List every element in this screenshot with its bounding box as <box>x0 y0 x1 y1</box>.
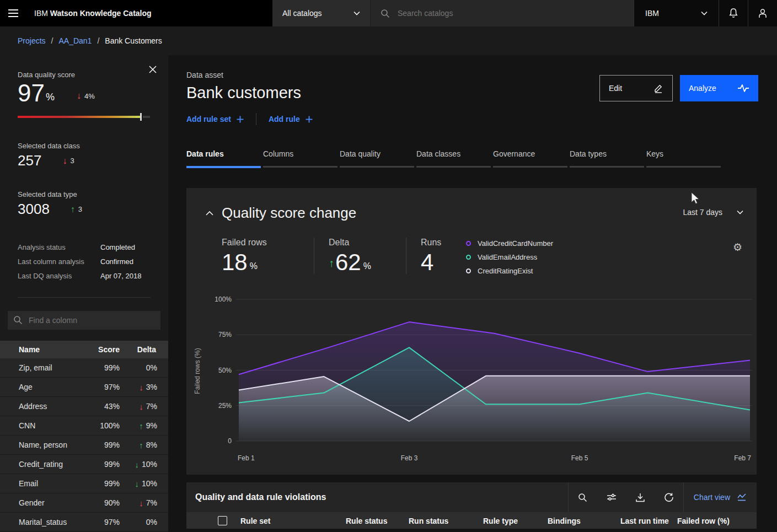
kpi-number: 18 <box>222 251 248 274</box>
column-name: Age <box>0 383 84 391</box>
gear-icon[interactable]: ⚙ <box>733 242 742 252</box>
quality-score-value: 97 % ↓ 4% <box>18 81 151 105</box>
account-dropdown[interactable]: IBM <box>634 0 719 26</box>
delta-value: 7% <box>146 402 157 411</box>
legend-item[interactable]: CreditRatingExist <box>466 264 553 278</box>
tab-data-quality[interactable]: Data quality <box>340 149 414 168</box>
hamburger-menu-icon[interactable] <box>0 0 26 26</box>
delta-value: 0% <box>146 363 157 372</box>
table-row[interactable]: Gender90%↓7% <box>0 493 168 513</box>
refresh-icon <box>664 492 674 502</box>
data-quality-sidebar: Data quality score 97 % ↓ 4% Selected da… <box>0 55 168 532</box>
detail-row: Analysis statusCompleted <box>18 240 151 254</box>
violations-title: Quality and data rule violations <box>195 492 326 502</box>
arrow-up-icon: ↑ <box>139 421 143 431</box>
violations-table-header: Rule setRule statusRun statusRule typeBi… <box>186 512 757 529</box>
column-score: 100% <box>84 421 120 430</box>
plus-icon <box>237 116 244 123</box>
close-icon[interactable] <box>148 65 159 76</box>
column-name: Address <box>0 402 84 411</box>
chart-view-toggle[interactable]: Chart view <box>684 482 757 512</box>
column-delta: ↓7% <box>120 498 168 508</box>
chevron-down-icon <box>701 11 708 15</box>
download-button[interactable] <box>626 482 655 512</box>
column-delta: ↓7% <box>120 402 168 411</box>
gauge-marker <box>140 113 142 121</box>
violations-card: Quality and data rule violations <box>186 482 757 529</box>
legend-item[interactable]: ValidCreditCardNumber <box>466 237 553 250</box>
tab-data-types[interactable]: Data types <box>570 149 644 168</box>
kpi-value: 18% <box>222 251 314 274</box>
column-delta: 0% <box>120 518 168 526</box>
tab-underline <box>646 166 721 168</box>
violations-column-header: Failed row (%) <box>677 517 730 525</box>
analyze-button[interactable]: Analyze <box>680 75 758 101</box>
tab-columns[interactable]: Columns <box>263 149 337 168</box>
delta-value: 7% <box>146 498 157 507</box>
breadcrumb-link[interactable]: Projects <box>18 36 46 45</box>
y-axis-tick: 75% <box>218 331 232 338</box>
tab-governance[interactable]: Governance <box>493 149 567 168</box>
x-axis-tick: Feb 3 <box>401 454 418 462</box>
table-row[interactable]: Address43%↓7% <box>0 397 168 416</box>
column-name: Credit_rating <box>0 460 84 469</box>
tab-keys[interactable]: Keys <box>646 149 721 168</box>
column-delta: ↓10% <box>120 479 168 488</box>
table-row[interactable]: Email99%↓10% <box>0 474 168 493</box>
column-score: 99% <box>84 460 120 469</box>
find-column-input[interactable] <box>8 311 160 330</box>
add-rule-link[interactable]: Add rule <box>269 115 313 123</box>
catalogs-dropdown[interactable]: All catalogs <box>272 0 371 26</box>
columns-table: Name Score Delta Zip, email99%0%Age97%↓3… <box>0 341 168 532</box>
columns-table-header: Name Score Delta <box>0 341 168 358</box>
time-range-dropdown[interactable]: Last 7 days <box>683 208 743 217</box>
detail-value: Completed <box>100 243 135 251</box>
notifications-button[interactable] <box>719 0 748 26</box>
column-score: 90% <box>84 498 120 507</box>
account-label: IBM <box>645 9 659 18</box>
y-axis-tick: 0 <box>228 437 232 445</box>
arrow-up-icon: ↑ <box>71 205 75 214</box>
violations-column-header: Run status <box>409 517 448 525</box>
filter-button[interactable] <box>597 482 626 512</box>
kpi-row: Failed rows18%Delta↑62%Runs4 <box>222 238 498 274</box>
breadcrumb-link[interactable]: AA_Dan1 <box>58 36 92 45</box>
brand-rest: Watson Knowledge Catalog <box>50 9 152 18</box>
catalog-search[interactable]: Search catalogs <box>371 0 634 26</box>
detail-value: Confirmed <box>100 257 133 266</box>
select-all-checkbox[interactable] <box>218 516 227 525</box>
table-row[interactable]: Marital_status97%0% <box>0 513 168 532</box>
breadcrumb-separator: / <box>97 36 99 45</box>
table-row[interactable]: Credit_rating99%↓10% <box>0 455 168 474</box>
violations-toolbar: Chart view <box>568 482 757 512</box>
tab-label: Keys <box>646 149 721 166</box>
tab-data-classes[interactable]: Data classes <box>416 149 491 168</box>
table-row[interactable]: Zip, email99%0% <box>0 358 168 378</box>
column-name: Email <box>0 479 84 488</box>
table-row[interactable]: CNN100%↑9% <box>0 416 168 436</box>
table-row[interactable]: Age97%↓3% <box>0 378 168 397</box>
tab-data-rules[interactable]: Data rules <box>186 149 261 168</box>
y-axis-tick: 100% <box>215 295 232 303</box>
chevron-up-icon[interactable] <box>205 211 214 216</box>
edit-button[interactable]: Edit <box>599 75 673 101</box>
rule-links: Add rule set Add rule <box>186 113 757 125</box>
refresh-button[interactable] <box>655 482 683 512</box>
detail-row: Last column analysisConfirmed <box>18 254 151 268</box>
gauge-remainder <box>143 116 150 118</box>
violations-column-header: Bindings <box>548 517 581 525</box>
user-profile-button[interactable] <box>748 0 777 26</box>
column-score: 99% <box>84 440 120 449</box>
detail-label: Last column analysis <box>18 257 100 266</box>
legend-item[interactable]: ValidEmailAddress <box>466 250 553 264</box>
asset-tabs: Data rulesColumnsData qualityData classe… <box>186 149 757 168</box>
kpi-number: 4 <box>421 251 433 274</box>
kpi-unit: % <box>250 261 258 271</box>
violations-column-header: Rule type <box>483 517 518 525</box>
table-search-button[interactable] <box>569 482 597 512</box>
delta-value: 0% <box>146 518 157 526</box>
search-icon <box>578 493 587 502</box>
add-rule-set-link[interactable]: Add rule set <box>186 115 244 123</box>
find-column-search[interactable] <box>8 311 160 330</box>
table-row[interactable]: Name, person99%↑8% <box>0 436 168 455</box>
